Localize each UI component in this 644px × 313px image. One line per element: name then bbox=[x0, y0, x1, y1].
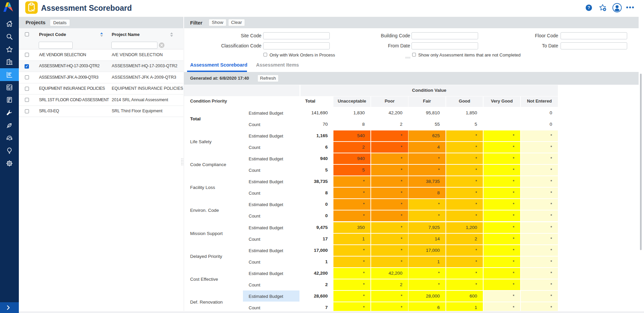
svg-text:?: ? bbox=[587, 5, 590, 10]
